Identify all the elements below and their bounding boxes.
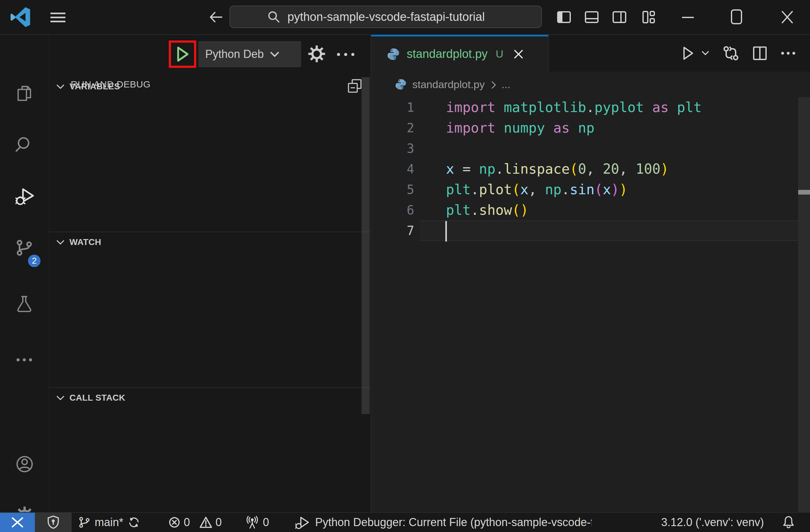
debug-configuration-dropdown[interactable]: Python Deb — [198, 41, 301, 67]
editor-actions — [681, 35, 796, 71]
code-line — [446, 220, 702, 241]
toggle-panel-icon[interactable] — [584, 10, 599, 24]
back-arrow-button[interactable] — [208, 10, 224, 24]
chevron-down-icon — [56, 82, 65, 91]
warnings-icon — [199, 516, 212, 529]
start-debugging-button-annotated[interactable] — [169, 40, 196, 68]
warnings-count: 0 — [215, 516, 222, 529]
code-line: import numpy as np — [446, 118, 702, 138]
source-control-icon[interactable] — [16, 239, 33, 256]
code-line: import matplotlib.pyplot as plt — [446, 97, 702, 118]
variables-section-label: VARIABLES — [69, 82, 120, 92]
remote-icon — [9, 515, 26, 529]
editor-group: standardplot.py U — [371, 35, 810, 512]
overview-ruler-cursor-mark — [798, 190, 810, 195]
command-center-value: python-sample-vscode-fastapi-tutorial — [288, 10, 485, 24]
customize-layout-icon[interactable] — [641, 10, 657, 24]
chevron-down-icon — [270, 50, 280, 59]
tab-standardplot[interactable]: standardplot.py U — [371, 35, 549, 71]
code-line: plt.plot(x, np.sin(x)) — [446, 179, 702, 200]
run-python-file-button[interactable] — [681, 46, 695, 61]
run-options-chevron-icon[interactable] — [701, 50, 710, 57]
line-number: 2 — [371, 118, 414, 138]
tab-git-status-badge: U — [496, 48, 504, 60]
python-interpreter-item[interactable]: 3.12.0 ('.venv': venv) — [661, 513, 764, 532]
source-control-badge: 2 — [27, 253, 42, 268]
line-number: 3 — [371, 138, 414, 159]
remote-indicator[interactable] — [0, 513, 35, 532]
open-changes-icon[interactable] — [723, 45, 739, 61]
interpreter-text: 3.12.0 ('.venv': venv) — [661, 516, 764, 529]
views-more-actions-icon[interactable] — [336, 52, 355, 57]
split-editor-icon[interactable] — [752, 46, 768, 61]
account-icon[interactable] — [16, 455, 33, 472]
minimize-button[interactable] — [681, 16, 695, 19]
notifications-bell-icon[interactable] — [782, 513, 795, 532]
chevron-right-icon — [489, 80, 498, 90]
call-stack-section-label: CALL STACK — [69, 393, 125, 403]
errors-count: 0 — [184, 516, 190, 529]
title-bar: python-sample-vscode-fastapi-tutorial — [0, 0, 810, 35]
toggle-secondary-sidebar-icon[interactable] — [612, 10, 627, 24]
search-view-icon[interactable] — [16, 136, 33, 153]
vscode-window: python-sample-vscode-fastapi-tutorial — [0, 0, 810, 532]
git-branch-icon — [79, 516, 90, 529]
code-line: x = np.linspace(0, 20, 100) — [446, 159, 702, 179]
vscode-logo-icon — [10, 7, 31, 28]
start-debugging-play-icon — [175, 46, 190, 63]
ports-count: 0 — [263, 516, 269, 529]
workspace-trust-item[interactable] — [35, 513, 71, 532]
status-bar: main* 0 0 0 Python Debug — [0, 512, 810, 532]
line-number: 6 — [371, 200, 414, 220]
additional-views-icon[interactable] — [16, 351, 33, 369]
python-file-icon — [395, 79, 407, 90]
line-number: 5 — [371, 179, 414, 200]
problems-item[interactable]: 0 0 — [168, 513, 222, 532]
line-number: 1 — [371, 97, 414, 118]
run-and-debug-view-icon[interactable] — [16, 187, 33, 204]
breadcrumb-file[interactable]: standardplot.py — [412, 79, 485, 90]
chevron-down-icon — [56, 394, 65, 402]
breadcrumb-symbol[interactable]: ... — [502, 79, 511, 90]
tab-filename: standardplot.py — [407, 47, 488, 61]
variables-section-header[interactable]: VARIABLES — [49, 77, 371, 97]
editor-scrollbar[interactable] — [798, 97, 810, 512]
command-center-search[interactable]: python-sample-vscode-fastapi-tutorial — [229, 5, 542, 28]
code-line — [446, 138, 702, 159]
debug-status-item[interactable]: Python Debugger: Current File (python-sa… — [295, 513, 592, 532]
run-and-debug-sidebar: RUN AND DEBUG Python Deb VARIABLES — [49, 35, 371, 512]
call-stack-section-header[interactable]: CALL STACK — [49, 387, 371, 408]
ports-item[interactable]: 0 — [245, 513, 269, 532]
debug-settings-gear-icon[interactable] — [308, 45, 325, 63]
maximize-button[interactable] — [731, 9, 742, 24]
breadcrumbs[interactable]: standardplot.py ... — [371, 71, 810, 97]
shield-icon — [47, 515, 60, 530]
collapse-all-icon[interactable] — [347, 79, 362, 94]
toggle-primary-sidebar-icon[interactable] — [556, 10, 572, 24]
errors-icon — [168, 516, 181, 529]
watch-section-label: WATCH — [69, 237, 101, 247]
debug-status-text: Python Debugger: Current File (python-sa… — [315, 516, 592, 529]
watch-section-header[interactable]: WATCH — [49, 232, 371, 252]
tab-close-icon[interactable] — [513, 48, 524, 60]
debug-alt-icon — [295, 515, 310, 530]
explorer-icon[interactable] — [16, 85, 33, 102]
close-window-button[interactable] — [780, 10, 794, 24]
line-number: 7 — [371, 220, 414, 241]
git-branch-item[interactable]: main* — [79, 513, 140, 532]
testing-icon[interactable] — [16, 295, 33, 313]
gutter: 1234567 — [371, 97, 414, 241]
debug-configuration-value: Python Deb — [205, 48, 264, 61]
tab-bar: standardplot.py U — [371, 35, 810, 71]
python-file-icon — [387, 48, 400, 61]
radio-tower-icon — [245, 515, 259, 530]
sidebar-scrollbar[interactable] — [361, 77, 370, 414]
text-cursor — [445, 221, 447, 242]
code-line: plt.show() — [446, 200, 702, 220]
code-lines[interactable]: import matplotlib.pyplot as pltimport nu… — [446, 97, 702, 241]
menu-icon[interactable] — [49, 12, 68, 23]
editor-more-actions-icon[interactable] — [781, 51, 796, 55]
search-icon — [267, 10, 280, 24]
sync-icon — [128, 516, 140, 529]
line-number: 4 — [371, 159, 414, 179]
